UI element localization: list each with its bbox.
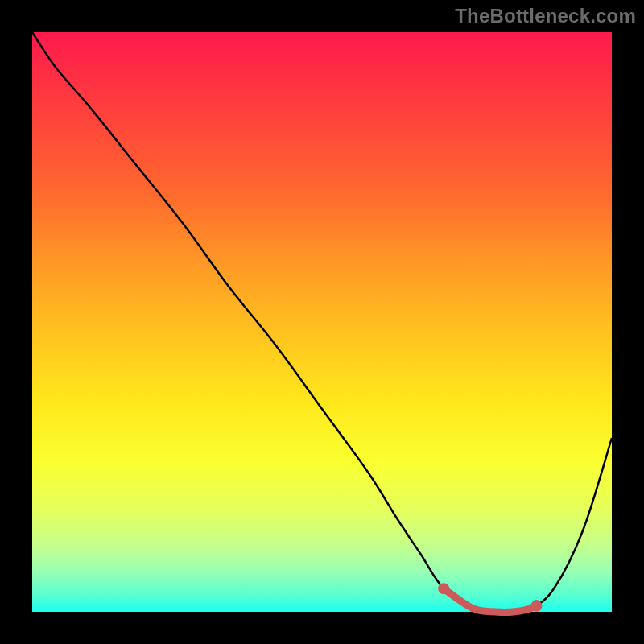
bottleneck-curve: [32, 32, 612, 613]
plot-area: [32, 32, 612, 612]
highlight-segment: [444, 588, 536, 612]
curve-svg: [32, 32, 612, 612]
marker-right: [530, 601, 542, 612]
chart-frame: TheBottleneck.com: [0, 0, 644, 644]
marker-left: [438, 583, 449, 594]
watermark-label: TheBottleneck.com: [455, 5, 636, 27]
